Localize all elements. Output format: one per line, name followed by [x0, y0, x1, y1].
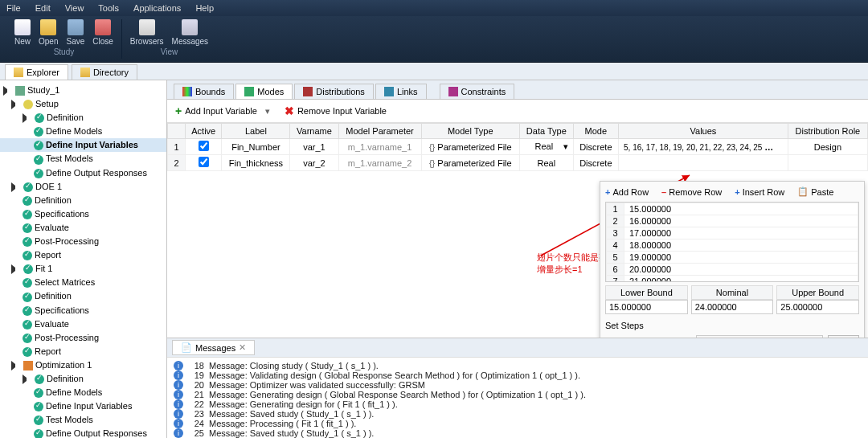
tree-fit-select-matrices[interactable]: Select Matrices — [0, 276, 166, 289]
cell-mode[interactable]: Discrete — [573, 155, 618, 171]
header-label[interactable]: Label — [222, 124, 290, 139]
tab-explorer[interactable]: Explorer — [5, 64, 68, 80]
tree-doe-report[interactable]: Report — [0, 248, 166, 262]
active-checkbox[interactable] — [199, 157, 209, 167]
tree-doe-specifications[interactable]: Specifications — [0, 207, 166, 221]
menu-file[interactable]: File — [6, 3, 21, 13]
add-input-variable-button[interactable]: +Add Input Variable▾ — [175, 104, 270, 117]
active-checkbox[interactable] — [199, 141, 209, 151]
tree-opt-definition[interactable]: Definition — [0, 372, 166, 386]
sub-tab-modes[interactable]: Modes — [235, 84, 293, 99]
tree-opt-define-models[interactable]: Define Models — [0, 386, 166, 399]
cell-distribution-role[interactable]: Design — [788, 139, 867, 155]
cell-model-parameter[interactable]: m_1.varname_1 — [338, 139, 421, 155]
remove-row-button[interactable]: –Remove Row — [661, 186, 722, 197]
tree-fit-evaluate[interactable]: Evaluate — [0, 317, 166, 331]
sub-tab-links[interactable]: Links — [375, 84, 427, 99]
tree-define-input-variables[interactable]: Define Input Variables — [0, 138, 166, 152]
tree-fit-definition[interactable]: Definition — [0, 289, 166, 303]
expand-icon[interactable] — [23, 375, 32, 384]
menu-help[interactable]: Help — [195, 3, 214, 13]
value-cell[interactable]: 21.000000 — [624, 276, 858, 283]
menu-tools[interactable]: Tools — [98, 3, 119, 13]
tree-fit-specifications[interactable]: Specifications — [0, 304, 166, 317]
cell-model-parameter[interactable]: m_1.varname_2 — [338, 155, 421, 171]
value-cell[interactable]: 16.000000 — [624, 215, 858, 227]
tree-doe-definition[interactable]: Definition — [0, 194, 166, 207]
expand-icon[interactable] — [11, 361, 21, 370]
messages-body[interactable]: i18Message: Closing study ( Study_1 ( s_… — [167, 358, 868, 438]
close-messages-icon[interactable]: ✕ — [239, 342, 246, 353]
menu-view[interactable]: View — [65, 3, 84, 13]
value-cell[interactable]: 15.000000 — [624, 203, 858, 215]
cell-varname[interactable]: var_2 — [290, 155, 338, 171]
sub-tab-distributions[interactable]: Distributions — [294, 84, 374, 99]
expand-icon[interactable] — [11, 100, 21, 109]
add-row-button[interactable]: +Add Row — [605, 186, 649, 197]
values-list[interactable]: 115.000000216.000000317.000000418.000000… — [605, 202, 859, 282]
menu-applications[interactable]: Applications — [133, 3, 181, 13]
value-row[interactable]: 721.000000 — [607, 276, 858, 283]
header-data-type[interactable]: Data Type — [520, 124, 574, 139]
cell-data-type[interactable]: Real — [520, 155, 574, 171]
tree-doe[interactable]: DOE 1 — [0, 180, 166, 194]
tree-test-models[interactable]: Test Models — [0, 152, 166, 166]
value-row[interactable]: 317.000000 — [607, 227, 858, 239]
header-distribution-role[interactable]: Distribution Role — [788, 124, 867, 139]
tree-opt-test-models[interactable]: Test Models — [0, 413, 166, 427]
value-cell[interactable]: 18.000000 — [624, 239, 858, 252]
tree-setup[interactable]: Setup — [0, 97, 166, 111]
cell-data-type[interactable]: Real ▾ — [520, 139, 574, 155]
new-button[interactable]: New — [14, 19, 31, 46]
tree-opt-define-input-variables[interactable]: Define Input Variables — [0, 399, 166, 413]
cell-active[interactable] — [186, 139, 222, 155]
cell-values[interactable] — [619, 155, 788, 171]
header-model-type[interactable]: Model Type — [421, 124, 519, 139]
paste-button[interactable]: 📋Paste — [797, 186, 833, 197]
header-varname[interactable]: Varname — [290, 124, 338, 139]
menu-edit[interactable]: Edit — [35, 3, 51, 13]
header-mode[interactable]: Mode — [573, 124, 618, 139]
sub-tab-constraints[interactable]: Constraints — [440, 84, 515, 99]
cell-label[interactable]: Fin_Number — [222, 139, 290, 155]
radio-number-of-points[interactable] — [605, 338, 616, 338]
sub-tab-bounds[interactable]: Bounds — [174, 84, 234, 99]
tab-directory[interactable]: Directory — [72, 64, 137, 80]
value-cell[interactable]: 19.000000 — [624, 252, 858, 264]
open-button[interactable]: Open — [39, 19, 58, 46]
tree-doe-post-processing[interactable]: Post-Processing — [0, 235, 166, 248]
tree-doe-evaluate[interactable]: Evaluate — [0, 221, 166, 235]
value-cell[interactable]: 17.000000 — [624, 227, 858, 239]
expand-icon[interactable] — [11, 182, 21, 192]
messages-button[interactable]: Messages — [172, 19, 209, 46]
lower-bound-input[interactable] — [605, 300, 688, 314]
set-points-button[interactable]: Set — [828, 335, 859, 338]
header-model-parameter[interactable]: Model Parameter — [338, 124, 421, 139]
tree-opt-define-output-responses[interactable]: Define Output Responses — [0, 427, 166, 438]
table-row[interactable]: 2 Fin_thickness var_2 m_1.varname_2 {} P… — [168, 155, 868, 171]
close-button[interactable]: Close — [92, 19, 113, 46]
dropdown-icon[interactable]: ▾ — [265, 106, 270, 117]
tree-study[interactable]: Study_1 — [0, 84, 166, 97]
tree-define-models[interactable]: Define Models — [0, 125, 166, 138]
remove-input-variable-button[interactable]: ✖Remove Input Variable — [285, 104, 387, 117]
save-button[interactable]: Save — [66, 19, 84, 46]
cell-active[interactable] — [186, 155, 222, 171]
tree-fit[interactable]: Fit 1 — [0, 262, 166, 276]
header-values[interactable]: Values — [619, 124, 788, 139]
insert-row-button[interactable]: +Insert Row — [735, 186, 784, 197]
tree-fit-report[interactable]: Report — [0, 345, 166, 358]
header-active[interactable]: Active — [186, 124, 222, 139]
upper-bound-input[interactable] — [776, 300, 859, 314]
cell-distribution-role[interactable] — [788, 155, 867, 171]
tree-definition[interactable]: Definition — [0, 111, 166, 125]
value-row[interactable]: 620.000000 — [607, 264, 858, 276]
value-row[interactable]: 115.000000 — [607, 203, 858, 215]
messages-tab[interactable]: 📄 Messages ✕ — [172, 340, 255, 355]
expand-icon[interactable] — [23, 113, 32, 123]
tree-fit-post-processing[interactable]: Post-Processing — [0, 331, 166, 345]
nominal-input[interactable] — [691, 300, 774, 314]
cell-varname[interactable]: var_1 — [290, 139, 338, 155]
browsers-button[interactable]: Browsers — [130, 19, 164, 46]
value-cell[interactable]: 20.000000 — [624, 264, 858, 276]
